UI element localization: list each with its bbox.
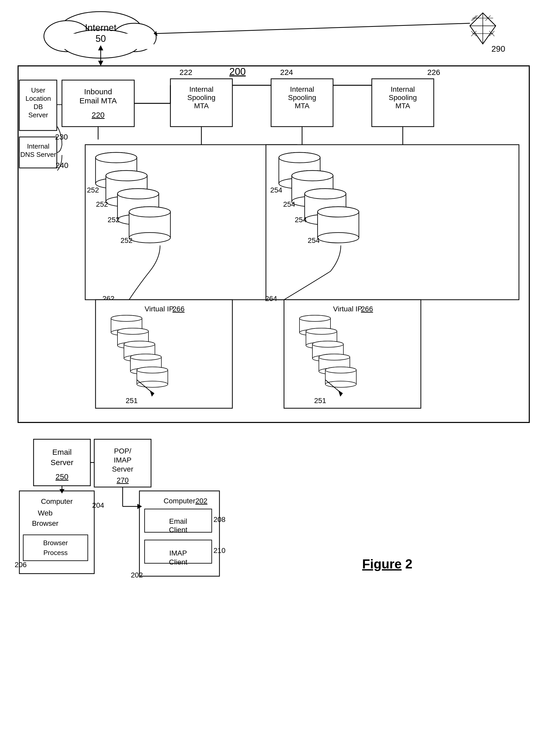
user-db-label2: Location [25,95,51,102]
spool-226-label2: Spooling [389,94,417,102]
spool-224-label3: MTA [295,102,309,110]
label-252-2: 252 [96,200,108,208]
label-254-2: 254 [283,200,295,208]
user-db-label3: DB [33,103,43,111]
spool-222-id: 222 [180,68,192,77]
svg-point-73 [300,315,330,321]
vip-left-id-text: 266 [173,305,185,313]
inbound-mta-label: Inbound [84,87,112,96]
svg-point-88 [325,381,356,387]
pop-imap-id: 270 [117,476,129,484]
label-251-right: 251 [314,397,326,404]
email-server-id: 250 [55,472,69,481]
svg-point-53 [111,315,142,321]
internet-id: 50 [96,33,106,44]
computer-202-id: 202 [196,497,208,505]
main-svg: Internet 50 290 200 [0,0,560,740]
pop-imap-label1: POP/ [114,447,131,455]
dns-label2: DNS Server [20,151,56,158]
browser-process-label1: Browser [43,539,68,547]
internet-arrow-down [98,61,103,66]
spool-222-label1: Internal [189,85,213,93]
svg-point-29 [117,189,159,199]
svg-point-69 [137,367,168,373]
email-client-label2: Client [169,526,188,534]
browser-process-box [23,535,88,561]
svg-point-57 [117,328,148,334]
wb-computer-label: Computer [41,497,73,505]
label-254-4: 254 [308,237,320,245]
svg-point-65 [130,354,161,360]
email-server-label1: Email [52,448,72,456]
email-server-label2: Server [50,458,73,467]
spool-226-label1: Internal [390,85,415,93]
label-240: 240 [55,161,69,170]
spool-222-label2: Spooling [188,94,216,102]
svg-point-77 [306,328,337,334]
svg-point-89 [325,367,356,373]
spool-222-label3: MTA [194,102,209,110]
svg-point-45 [305,189,346,199]
inbound-mta-id: 220 [92,111,105,119]
pop-imap-label2: IMAP [114,456,131,464]
imap-client-label: IMAP [170,549,187,557]
svg-point-81 [312,341,343,347]
svg-point-21 [96,153,137,163]
svg-point-25 [106,171,147,181]
imap-client-label2: Client [169,558,188,566]
spool-226-id: 226 [427,68,440,77]
email-client-label1: Email [169,517,187,525]
pop-imap-label3: Server [112,465,133,473]
svg-point-68 [137,381,168,387]
web-browser-label1: Web [38,509,52,517]
figure-caption: Figure 2 [362,557,413,571]
label-208: 208 [214,516,226,524]
svg-point-32 [129,233,171,243]
label-251-left: 251 [126,397,138,404]
label-254-1: 254 [270,186,283,194]
kite-internet-line [155,23,470,33]
kite-id: 290 [491,44,505,54]
svg-point-61 [124,341,155,347]
label-202: 202 [131,571,143,579]
user-db-label1: User [31,86,45,94]
svg-point-48 [318,233,359,243]
inbound-mta-label2: Email MTA [80,96,117,105]
spool-226-label3: MTA [395,102,410,110]
internet-label: Internet [85,22,116,33]
label-254-3: 254 [295,216,307,224]
web-browser-label2: Browser [32,519,59,527]
label-252-1: 252 [87,186,99,194]
cylinder-252-4 [129,207,171,243]
label-252-3: 252 [108,216,120,224]
computer-202-label: Computer [164,497,196,505]
svg-point-41 [292,171,333,181]
wb-computer-id: 204 [92,501,104,509]
svg-point-49 [318,207,359,217]
vip-right-label-text: Virtual IP [333,305,362,313]
diagram: Internet 50 290 200 [0,0,560,740]
system-200-label: 200 [229,66,245,77]
kite-icon [470,13,496,44]
user-db-label4: Server [28,111,48,119]
label-252-4: 252 [121,237,133,245]
spool-224-label1: Internal [290,85,314,93]
spool-224-id: 224 [280,68,293,77]
vip-left-label-text: Virtual IP [144,305,174,313]
cylinder-254-4 [318,207,359,243]
label-264: 264 [265,294,277,302]
browser-process-label2: Process [43,549,68,557]
svg-point-85 [319,354,350,360]
label-210: 210 [214,547,226,554]
dns-label1: Internal [27,143,49,150]
vip-right-id-text: 266 [361,305,373,313]
svg-point-37 [279,153,320,163]
svg-point-33 [129,207,171,217]
spool-224-label2: Spooling [288,94,316,102]
label-206: 206 [15,561,27,569]
